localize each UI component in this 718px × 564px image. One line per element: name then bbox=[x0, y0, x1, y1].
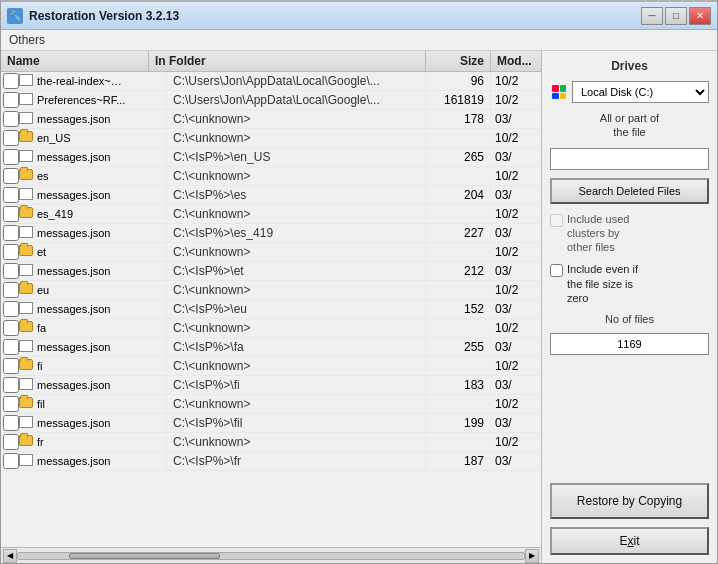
menu-others[interactable]: Others bbox=[9, 33, 45, 47]
table-row[interactable]: euC:\<unknown>10/2 bbox=[1, 281, 541, 300]
title-bar-left: 🔧 Restoration Version 3.2.13 bbox=[7, 8, 179, 24]
maximize-button[interactable]: □ bbox=[665, 7, 687, 25]
row-name-cell: messages.json bbox=[37, 377, 167, 393]
row-size-cell: 161819 bbox=[426, 91, 491, 109]
row-checkbox[interactable] bbox=[3, 187, 19, 203]
row-checkbox[interactable] bbox=[3, 225, 19, 241]
header-name[interactable]: Name bbox=[1, 51, 149, 71]
row-name-cell: fr bbox=[37, 434, 167, 450]
table-row[interactable]: messages.jsonC:\<IsP%>\fil19903/ bbox=[1, 414, 541, 433]
row-name-text: messages.json bbox=[37, 303, 110, 315]
row-size-cell bbox=[426, 250, 491, 254]
table-body[interactable]: the-real-index~R...C:\Users\Jon\AppData\… bbox=[1, 72, 541, 547]
win-logo-q4 bbox=[560, 93, 567, 100]
row-folder-cell: C:\<unknown> bbox=[167, 433, 426, 451]
row-modified-cell: 03/ bbox=[491, 110, 541, 128]
restore-button[interactable]: Restore by Copying bbox=[550, 483, 709, 519]
file-icon bbox=[19, 188, 35, 202]
scroll-left-btn[interactable]: ◀ bbox=[3, 549, 17, 563]
row-checkbox[interactable] bbox=[3, 339, 19, 355]
no-files-count[interactable] bbox=[550, 333, 709, 355]
file-icon bbox=[19, 264, 35, 278]
table-row[interactable]: messages.jsonC:\<IsP%>\fr18703/ bbox=[1, 452, 541, 471]
folder-icon bbox=[19, 283, 35, 297]
row-folder-cell: C:\Users\Jon\AppData\Local\Google\... bbox=[167, 91, 426, 109]
table-row[interactable]: esC:\<unknown>10/2 bbox=[1, 167, 541, 186]
table-row[interactable]: messages.jsonC:\<IsP%>\fa25503/ bbox=[1, 338, 541, 357]
scroll-right-btn[interactable]: ▶ bbox=[525, 549, 539, 563]
table-row[interactable]: frC:\<unknown>10/2 bbox=[1, 433, 541, 452]
drive-dropdown[interactable]: Local Disk (C:)Local Disk (D:) bbox=[572, 81, 709, 103]
folder-icon bbox=[19, 321, 35, 335]
row-name-text: messages.json bbox=[37, 265, 110, 277]
table-row[interactable]: messages.jsonC:\<unknown>17803/ bbox=[1, 110, 541, 129]
drive-dropdown-wrapper[interactable]: Local Disk (C:)Local Disk (D:) bbox=[572, 81, 709, 103]
row-checkbox[interactable] bbox=[3, 73, 19, 89]
exit-button[interactable]: Exit bbox=[550, 527, 709, 555]
row-checkbox[interactable] bbox=[3, 415, 19, 431]
table-row[interactable]: the-real-index~R...C:\Users\Jon\AppData\… bbox=[1, 72, 541, 91]
main-window: 🔧 Restoration Version 3.2.13 ─ □ ✕ Other… bbox=[0, 0, 718, 564]
include-used-checkbox[interactable] bbox=[550, 214, 563, 227]
row-checkbox[interactable] bbox=[3, 301, 19, 317]
row-folder-cell: C:\<IsP%>\es_419 bbox=[167, 224, 426, 242]
row-checkbox[interactable] bbox=[3, 206, 19, 222]
scrollbar-track[interactable] bbox=[17, 552, 525, 560]
row-size-cell bbox=[426, 326, 491, 330]
close-button[interactable]: ✕ bbox=[689, 7, 711, 25]
row-checkbox[interactable] bbox=[3, 377, 19, 393]
row-name-cell: messages.json bbox=[37, 301, 167, 317]
include-zero-checkbox[interactable] bbox=[550, 264, 563, 277]
table-row[interactable]: en_USC:\<unknown>10/2 bbox=[1, 129, 541, 148]
file-icon bbox=[19, 112, 35, 126]
filter-input[interactable] bbox=[550, 148, 709, 170]
search-button[interactable]: Search Deleted Files bbox=[550, 178, 709, 204]
row-checkbox[interactable] bbox=[3, 263, 19, 279]
table-row[interactable]: messages.jsonC:\<IsP%>\es_41922703/ bbox=[1, 224, 541, 243]
table-row[interactable]: messages.jsonC:\<IsP%>\et21203/ bbox=[1, 262, 541, 281]
header-modified[interactable]: Mod... bbox=[491, 51, 541, 71]
table-row[interactable]: messages.jsonC:\<IsP%>\en_US26503/ bbox=[1, 148, 541, 167]
table-row[interactable]: Preferences~RF...C:\Users\Jon\AppData\Lo… bbox=[1, 91, 541, 110]
file-table: Name In Folder Size Mod... the-real-inde… bbox=[1, 51, 541, 563]
row-folder-cell: C:\<IsP%>\fi bbox=[167, 376, 426, 394]
table-row[interactable]: fiC:\<unknown>10/2 bbox=[1, 357, 541, 376]
row-checkbox[interactable] bbox=[3, 130, 19, 146]
row-size-cell bbox=[426, 136, 491, 140]
row-folder-cell: C:\<unknown> bbox=[167, 243, 426, 261]
row-size-cell bbox=[426, 288, 491, 292]
row-modified-cell: 03/ bbox=[491, 452, 541, 470]
minimize-button[interactable]: ─ bbox=[641, 7, 663, 25]
row-checkbox[interactable] bbox=[3, 358, 19, 374]
file-icon bbox=[19, 226, 35, 240]
table-row[interactable]: etC:\<unknown>10/2 bbox=[1, 243, 541, 262]
row-checkbox[interactable] bbox=[3, 282, 19, 298]
row-checkbox[interactable] bbox=[3, 396, 19, 412]
row-name-cell: Preferences~RF... bbox=[37, 92, 167, 108]
row-checkbox[interactable] bbox=[3, 168, 19, 184]
row-checkbox[interactable] bbox=[3, 92, 19, 108]
row-checkbox[interactable] bbox=[3, 111, 19, 127]
row-checkbox[interactable] bbox=[3, 320, 19, 336]
header-size[interactable]: Size bbox=[426, 51, 491, 71]
row-modified-cell: 10/2 bbox=[491, 72, 541, 90]
table-row[interactable]: filC:\<unknown>10/2 bbox=[1, 395, 541, 414]
row-modified-cell: 10/2 bbox=[491, 167, 541, 185]
table-row[interactable]: messages.jsonC:\<IsP%>\es20403/ bbox=[1, 186, 541, 205]
table-row[interactable]: es_419C:\<unknown>10/2 bbox=[1, 205, 541, 224]
row-checkbox[interactable] bbox=[3, 453, 19, 469]
table-row[interactable]: faC:\<unknown>10/2 bbox=[1, 319, 541, 338]
scrollbar-thumb[interactable] bbox=[69, 553, 221, 559]
horizontal-scrollbar[interactable]: ◀ ▶ bbox=[1, 547, 541, 563]
row-name-text: en_US bbox=[37, 132, 71, 144]
row-folder-cell: C:\Users\Jon\AppData\Local\Google\... bbox=[167, 72, 426, 90]
header-folder[interactable]: In Folder bbox=[149, 51, 426, 71]
row-size-cell: 227 bbox=[426, 224, 491, 242]
row-checkbox[interactable] bbox=[3, 244, 19, 260]
row-checkbox[interactable] bbox=[3, 149, 19, 165]
table-row[interactable]: messages.jsonC:\<IsP%>\eu15203/ bbox=[1, 300, 541, 319]
table-row[interactable]: messages.jsonC:\<IsP%>\fi18303/ bbox=[1, 376, 541, 395]
row-name-cell: fa bbox=[37, 320, 167, 336]
row-checkbox[interactable] bbox=[3, 434, 19, 450]
include-zero-row: Include even ifthe file size iszero bbox=[550, 262, 709, 305]
